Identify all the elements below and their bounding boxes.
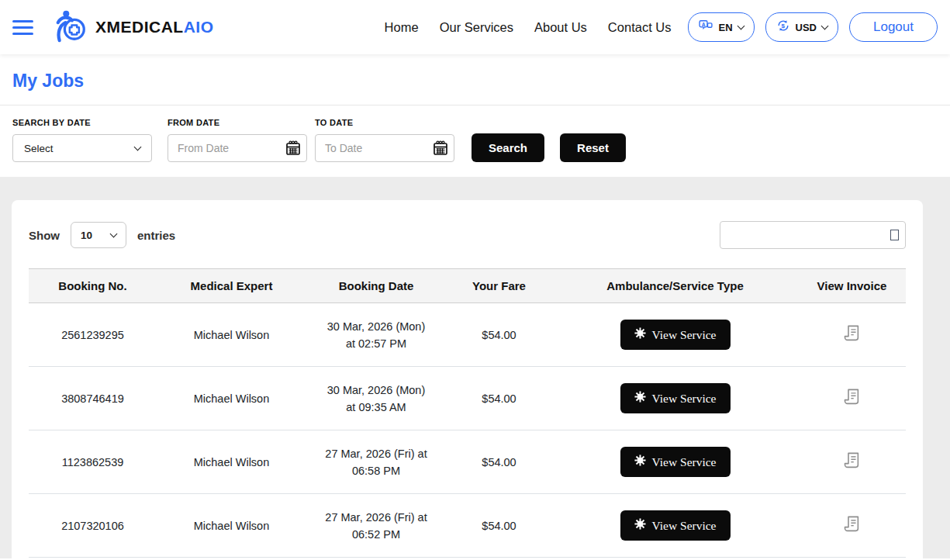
- fare-cell: $54.00: [446, 367, 552, 430]
- nav-link-home[interactable]: Home: [385, 20, 419, 35]
- brand-name: XMEDICALAIO: [95, 18, 214, 36]
- currency-dropdown[interactable]: $ USD: [765, 12, 838, 42]
- gear-icon: [634, 455, 646, 469]
- gear-icon: [634, 518, 646, 533]
- table-header-row: Booking No. Medical Expert Booking Date …: [29, 269, 906, 303]
- nav-link-about-us[interactable]: About Us: [534, 20, 587, 35]
- brand-logo[interactable]: XMEDICALAIO: [54, 8, 214, 47]
- chevron-down-icon: [134, 143, 142, 151]
- reset-button[interactable]: Reset: [560, 133, 626, 162]
- view-invoice-button[interactable]: [841, 387, 862, 410]
- receipt-icon: [841, 387, 862, 408]
- show-label: Show: [29, 229, 60, 242]
- jobs-table: Booking No. Medical Expert Booking Date …: [29, 268, 906, 558]
- medical-expert-cell: Michael Wilson: [157, 367, 306, 430]
- top-navbar: XMEDICALAIO Home Our Services About Us C…: [0, 0, 950, 54]
- view-service-button[interactable]: View Service: [620, 320, 731, 350]
- nav-link-our-services[interactable]: Our Services: [440, 20, 513, 35]
- header-service-type: Ambulance/Service Type: [552, 269, 798, 303]
- gear-icon: [634, 327, 646, 342]
- receipt-icon: [841, 451, 862, 472]
- view-invoice-button[interactable]: [841, 323, 862, 347]
- chevron-down-icon: [821, 22, 829, 30]
- header-medical-expert: Medical Expert: [157, 269, 306, 303]
- content-section: Show 10 entries Booking No. Medical Expe…: [0, 177, 950, 558]
- to-date-label: TO DATE: [315, 118, 454, 127]
- header-booking-date: Booking Date: [306, 269, 446, 303]
- from-date-label: FROM DATE: [168, 118, 307, 127]
- booking-no-cell: 2107320106: [29, 494, 157, 558]
- booking-date-cell: 30 Mar, 2026 (Mon)at 02:57 PM: [306, 303, 446, 367]
- receipt-icon: [841, 323, 862, 344]
- table-controls: Show 10 entries: [29, 221, 906, 249]
- logout-button[interactable]: Logout: [849, 12, 938, 42]
- page-header: My Jobs: [0, 54, 950, 105]
- entries-label: entries: [137, 229, 175, 242]
- filter-bar: SEARCH BY DATE Select FROM DATE: [0, 105, 950, 177]
- search-by-date-label: SEARCH BY DATE: [12, 118, 152, 127]
- table-row: 3808746419 Michael Wilson 30 Mar, 2026 (…: [29, 367, 906, 430]
- language-dropdown[interactable]: A EN: [688, 12, 754, 42]
- svg-text:$: $: [781, 22, 785, 29]
- fare-cell: $54.00: [446, 303, 552, 367]
- language-value: EN: [718, 22, 732, 33]
- view-service-button[interactable]: View Service: [620, 447, 731, 477]
- chevron-down-icon: [110, 230, 118, 238]
- jobs-table-card: Show 10 entries Booking No. Medical Expe…: [12, 200, 923, 560]
- calendar-icon[interactable]: [433, 140, 448, 159]
- nav-link-contact-us[interactable]: Contact Us: [608, 20, 672, 35]
- calendar-icon[interactable]: [285, 140, 301, 159]
- search-by-date-select[interactable]: Select: [12, 134, 152, 162]
- translate-icon: A: [699, 19, 713, 36]
- view-invoice-button[interactable]: [841, 514, 862, 538]
- booking-no-cell: 2561239295: [29, 303, 157, 367]
- table-search-input[interactable]: [720, 221, 906, 249]
- hamburger-menu-icon[interactable]: [12, 20, 33, 35]
- currency-exchange-icon: $: [776, 19, 790, 36]
- medical-expert-cell: Michael Wilson: [157, 494, 306, 558]
- booking-date-cell: 27 Mar, 2026 (Fri) at06:52 PM: [306, 494, 446, 558]
- header-view-invoice: View Invoice: [798, 269, 906, 303]
- search-button[interactable]: Search: [472, 133, 544, 162]
- fare-cell: $54.00: [446, 430, 552, 494]
- view-service-button[interactable]: View Service: [620, 510, 731, 541]
- currency-value: USD: [796, 22, 817, 33]
- booking-no-cell: 3808746419: [29, 367, 157, 430]
- page-title: My Jobs: [12, 71, 938, 92]
- header-booking-no: Booking No.: [29, 269, 157, 303]
- table-row: 2561239295 Michael Wilson 30 Mar, 2026 (…: [29, 303, 906, 367]
- view-service-button[interactable]: View Service: [620, 383, 731, 413]
- booking-date-cell: 27 Mar, 2026 (Fri) at06:58 PM: [306, 430, 446, 494]
- fare-cell: $54.00: [446, 494, 552, 558]
- search-glyph-icon: [890, 230, 899, 240]
- main-navigation: Home Our Services About Us Contact Us: [385, 20, 672, 35]
- gear-icon: [634, 391, 646, 406]
- table-row: 1123862539 Michael Wilson 27 Mar, 2026 (…: [29, 430, 906, 494]
- chevron-down-icon: [737, 22, 744, 30]
- booking-no-cell: 1123862539: [29, 430, 157, 494]
- medical-expert-cell: Michael Wilson: [157, 430, 306, 494]
- brand-logo-icon: [54, 8, 89, 47]
- page-size-select[interactable]: 10: [71, 222, 126, 248]
- view-invoice-button[interactable]: [841, 451, 862, 474]
- medical-expert-cell: Michael Wilson: [157, 303, 306, 367]
- svg-text:A: A: [702, 22, 706, 27]
- table-row: 2107320106 Michael Wilson 27 Mar, 2026 (…: [29, 494, 906, 558]
- header-your-fare: Your Fare: [446, 269, 552, 303]
- booking-date-cell: 30 Mar, 2026 (Mon)at 09:35 AM: [306, 367, 446, 430]
- receipt-icon: [841, 514, 862, 535]
